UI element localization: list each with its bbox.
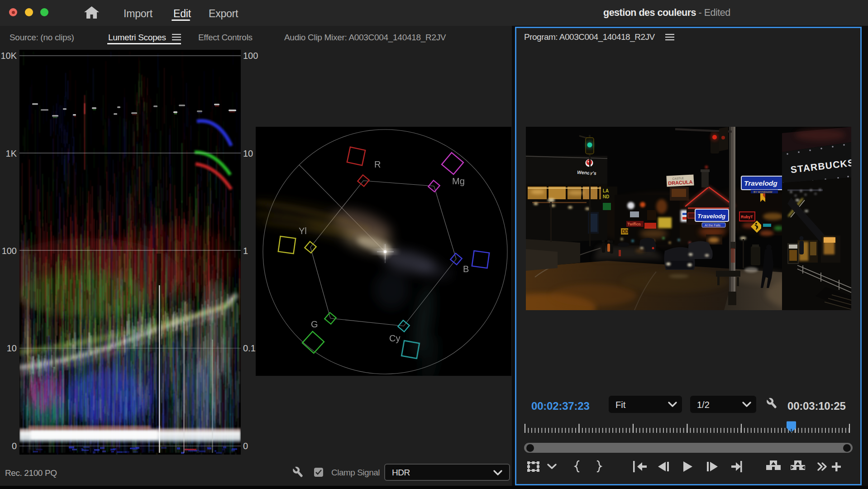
svg-text:LA: LA [603,188,609,193]
svg-text:At the Falls: At the Falls [705,224,721,227]
svg-text:Wendy's: Wendy's [577,169,596,176]
svg-text:R: R [374,159,381,169]
svg-text:BY WYNDHAM: BY WYNDHAM [754,191,772,193]
svg-text:Yl: Yl [299,226,307,236]
svg-text:RubyT: RubyT [741,215,753,219]
svg-text:Twiffios: Twiffios [627,222,641,226]
svg-text:Cy: Cy [389,333,400,343]
svg-text:DD: DD [622,229,628,234]
svg-text:G: G [311,319,318,329]
svg-text:ND: ND [603,194,609,199]
svg-text:B: B [463,264,469,274]
svg-text:Travelodg: Travelodg [744,179,777,187]
svg-text:Travelodg: Travelodg [697,213,725,220]
svg-text:Mg: Mg [452,176,465,186]
